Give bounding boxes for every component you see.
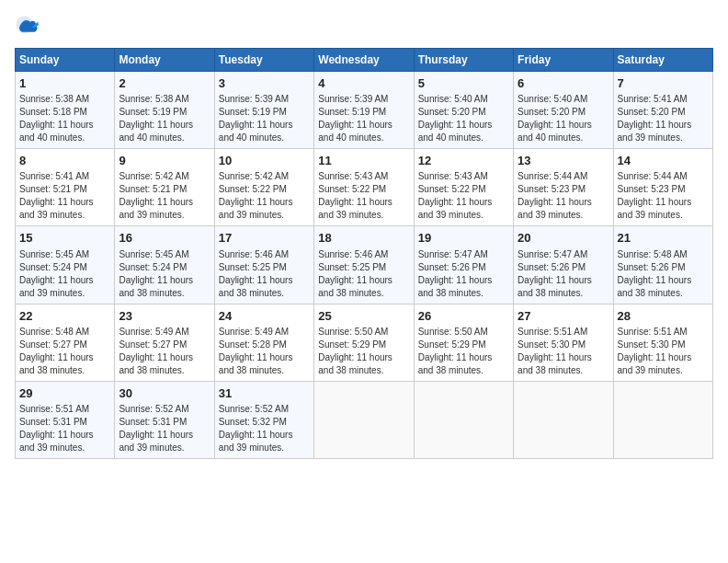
calendar-cell: 5Sunrise: 5:40 AMSunset: 5:20 PMDaylight… <box>414 72 513 149</box>
daylight-label: Daylight: 11 hours <box>219 430 293 440</box>
daylight-label: Daylight: 11 hours <box>19 120 94 130</box>
daylight-minutes: and 39 minutes. <box>618 210 683 220</box>
calendar-cell: 31Sunrise: 5:52 AMSunset: 5:32 PMDayligh… <box>214 381 313 458</box>
sunrise-label: Sunrise: 5:49 AM <box>219 327 289 337</box>
sunrise-label: Sunrise: 5:52 AM <box>219 404 289 414</box>
calendar-cell: 11Sunrise: 5:43 AMSunset: 5:22 PMDayligh… <box>314 149 414 226</box>
daylight-minutes: and 40 minutes. <box>318 132 383 143</box>
sunrise-label: Sunrise: 5:42 AM <box>119 171 188 181</box>
daylight-minutes: and 38 minutes. <box>418 288 483 298</box>
calendar-cell: 26Sunrise: 5:50 AMSunset: 5:29 PMDayligh… <box>414 304 513 381</box>
sunset-label: Sunset: 5:30 PM <box>518 339 586 350</box>
daylight-label: Daylight: 11 hours <box>518 275 592 285</box>
sunset-label: Sunset: 5:20 PM <box>518 107 586 117</box>
daylight-label: Daylight: 11 hours <box>618 352 692 362</box>
day-number: 22 <box>19 308 110 325</box>
sunset-label: Sunset: 5:32 PM <box>219 417 287 427</box>
sunrise-label: Sunrise: 5:46 AM <box>219 249 289 259</box>
daylight-label: Daylight: 11 hours <box>518 352 592 362</box>
daylight-label: Daylight: 11 hours <box>318 120 392 130</box>
daylight-label: Daylight: 11 hours <box>418 197 493 207</box>
daylight-label: Daylight: 11 hours <box>219 352 293 362</box>
day-number: 10 <box>219 153 310 169</box>
sunset-label: Sunset: 5:22 PM <box>318 184 386 194</box>
day-number: 7 <box>618 75 709 92</box>
sunrise-label: Sunrise: 5:51 AM <box>618 327 688 337</box>
sunrise-label: Sunrise: 5:45 AM <box>119 249 188 259</box>
daylight-label: Daylight: 11 hours <box>19 197 94 207</box>
daylight-label: Daylight: 11 hours <box>318 197 392 207</box>
sunrise-label: Sunrise: 5:43 AM <box>418 171 488 181</box>
calendar-row-0: 1Sunrise: 5:38 AMSunset: 5:18 PMDaylight… <box>16 72 713 149</box>
day-number: 14 <box>618 153 709 169</box>
sunrise-label: Sunrise: 5:49 AM <box>119 327 188 337</box>
daylight-label: Daylight: 11 hours <box>119 120 193 130</box>
calendar-row-4: 29Sunrise: 5:51 AMSunset: 5:31 PMDayligh… <box>16 381 713 458</box>
day-number: 23 <box>119 308 210 325</box>
daylight-label: Daylight: 11 hours <box>518 197 592 207</box>
calendar-cell <box>514 381 613 458</box>
daylight-minutes: and 39 minutes. <box>618 132 683 143</box>
daylight-label: Daylight: 11 hours <box>418 275 493 285</box>
sunset-label: Sunset: 5:24 PM <box>19 262 87 272</box>
day-number: 2 <box>119 75 210 92</box>
daylight-minutes: and 38 minutes. <box>219 365 284 375</box>
sunset-label: Sunset: 5:26 PM <box>418 262 486 272</box>
day-number: 12 <box>418 153 509 169</box>
daylight-minutes: and 38 minutes. <box>518 365 583 375</box>
calendar-cell: 15Sunrise: 5:45 AMSunset: 5:24 PMDayligh… <box>16 226 115 304</box>
sunrise-label: Sunrise: 5:48 AM <box>19 327 89 337</box>
calendar-cell: 25Sunrise: 5:50 AMSunset: 5:29 PMDayligh… <box>314 304 414 381</box>
daylight-minutes: and 40 minutes. <box>219 132 284 143</box>
sunset-label: Sunset: 5:20 PM <box>618 107 686 117</box>
sunset-label: Sunset: 5:26 PM <box>618 262 686 272</box>
sunset-label: Sunset: 5:19 PM <box>219 107 287 117</box>
calendar-cell: 29Sunrise: 5:51 AMSunset: 5:31 PMDayligh… <box>16 381 115 458</box>
calendar-cell: 24Sunrise: 5:49 AMSunset: 5:28 PMDayligh… <box>214 304 313 381</box>
sunrise-label: Sunrise: 5:44 AM <box>518 171 587 181</box>
sunrise-label: Sunrise: 5:47 AM <box>418 249 488 259</box>
calendar-cell: 2Sunrise: 5:38 AMSunset: 5:19 PMDaylight… <box>115 72 214 149</box>
sunset-label: Sunset: 5:20 PM <box>418 107 486 117</box>
calendar-cell: 3Sunrise: 5:39 AMSunset: 5:19 PMDaylight… <box>214 72 313 149</box>
daylight-minutes: and 39 minutes. <box>119 210 184 220</box>
day-number: 27 <box>518 308 609 325</box>
daylight-minutes: and 40 minutes. <box>418 132 483 143</box>
daylight-label: Daylight: 11 hours <box>418 120 493 130</box>
daylight-minutes: and 38 minutes. <box>518 288 583 298</box>
calendar-cell: 7Sunrise: 5:41 AMSunset: 5:20 PMDaylight… <box>613 72 712 149</box>
calendar-cell: 14Sunrise: 5:44 AMSunset: 5:23 PMDayligh… <box>613 149 712 226</box>
sunset-label: Sunset: 5:19 PM <box>318 107 386 117</box>
sunrise-label: Sunrise: 5:38 AM <box>119 94 188 104</box>
daylight-minutes: and 38 minutes. <box>618 288 683 298</box>
daylight-label: Daylight: 11 hours <box>19 430 94 440</box>
daylight-minutes: and 38 minutes. <box>318 288 383 298</box>
daylight-minutes: and 40 minutes. <box>518 132 583 143</box>
sunrise-label: Sunrise: 5:46 AM <box>318 249 388 259</box>
header-tuesday: Tuesday <box>214 49 313 72</box>
daylight-minutes: and 40 minutes. <box>119 132 184 143</box>
calendar-cell: 28Sunrise: 5:51 AMSunset: 5:30 PMDayligh… <box>613 304 712 381</box>
calendar-cell: 12Sunrise: 5:43 AMSunset: 5:22 PMDayligh… <box>414 149 513 226</box>
sunrise-label: Sunrise: 5:41 AM <box>19 171 89 181</box>
calendar-cell <box>414 381 513 458</box>
daylight-label: Daylight: 11 hours <box>219 275 293 285</box>
sunrise-label: Sunrise: 5:50 AM <box>318 327 388 337</box>
sunrise-label: Sunrise: 5:40 AM <box>418 94 488 104</box>
daylight-label: Daylight: 11 hours <box>518 120 592 130</box>
header-friday: Friday <box>514 49 613 72</box>
sunset-label: Sunset: 5:21 PM <box>119 184 187 194</box>
calendar-cell: 20Sunrise: 5:47 AMSunset: 5:26 PMDayligh… <box>514 226 613 304</box>
calendar-cell: 30Sunrise: 5:52 AMSunset: 5:31 PMDayligh… <box>115 381 214 458</box>
sunset-label: Sunset: 5:27 PM <box>119 339 187 350</box>
calendar-cell: 10Sunrise: 5:42 AMSunset: 5:22 PMDayligh… <box>214 149 313 226</box>
calendar-cell: 8Sunrise: 5:41 AMSunset: 5:21 PMDaylight… <box>16 149 115 226</box>
header-wednesday: Wednesday <box>314 49 414 72</box>
sunset-label: Sunset: 5:31 PM <box>19 417 87 427</box>
day-number: 19 <box>418 230 509 247</box>
sunrise-label: Sunrise: 5:39 AM <box>318 94 388 104</box>
sunset-label: Sunset: 5:19 PM <box>119 107 187 117</box>
daylight-minutes: and 38 minutes. <box>119 288 184 298</box>
calendar-cell: 18Sunrise: 5:46 AMSunset: 5:25 PMDayligh… <box>314 226 414 304</box>
day-number: 4 <box>318 75 409 92</box>
